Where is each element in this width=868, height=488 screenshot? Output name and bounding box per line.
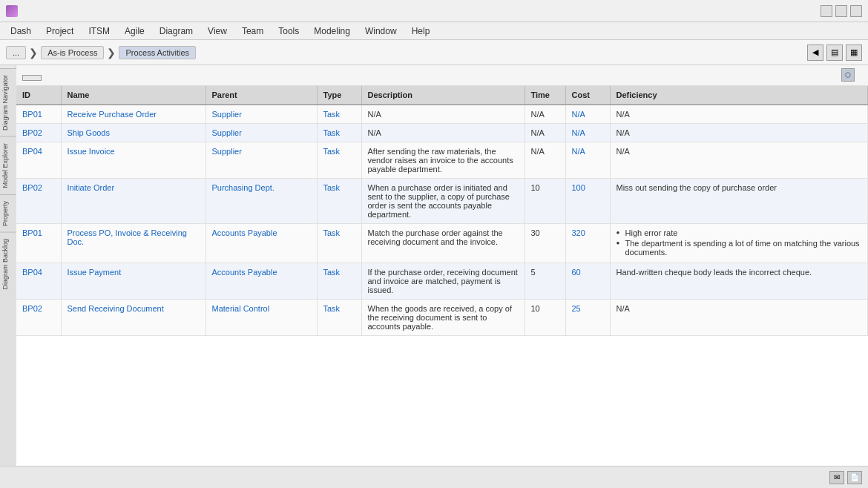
table-header-row: ID Name Parent Type Description Time Cos…: [16, 86, 868, 105]
cell-id: BP04: [16, 263, 61, 300]
menu-item-agile[interactable]: Agile: [117, 24, 152, 38]
cell-cost: 100: [565, 179, 610, 224]
table-container[interactable]: ID Name Parent Type Description Time Cos…: [16, 86, 868, 466]
cell-description: N/A: [361, 124, 525, 142]
open-input-button[interactable]: [22, 75, 42, 81]
deficiency-item: High error rate: [617, 228, 862, 237]
cell-time: 10: [525, 300, 565, 336]
menu-bar: DashProjectITSMAgileDiagramViewTeamTools…: [0, 22, 868, 40]
menu-item-itsm[interactable]: ITSM: [81, 24, 117, 38]
cell-time: N/A: [525, 142, 565, 179]
cell-cost: 320: [565, 224, 610, 263]
menu-item-dash[interactable]: Dash: [3, 24, 39, 38]
doc-button[interactable]: 📄: [847, 471, 862, 484]
cell-name[interactable]: Receive Purchase Order: [61, 105, 206, 124]
cell-time: N/A: [525, 105, 565, 124]
cell-id: BP02: [16, 300, 61, 336]
col-deficiency: Deficiency: [610, 86, 868, 105]
cell-name[interactable]: Issue Invoice: [61, 142, 206, 179]
cell-cost: 25: [565, 300, 610, 336]
menu-item-diagram[interactable]: Diagram: [152, 24, 200, 38]
cell-parent[interactable]: Supplier: [206, 124, 317, 142]
menu-item-modeling[interactable]: Modeling: [306, 24, 358, 38]
cell-parent[interactable]: Material Control: [206, 300, 317, 336]
table-row: BP01Receive Purchase OrderSupplierTaskN/…: [16, 105, 868, 124]
minimize-button[interactable]: [821, 5, 832, 17]
cell-parent[interactable]: Purchasing Dept.: [206, 179, 317, 224]
deficiency-item: The department is spending a lot of time…: [617, 239, 862, 257]
app-icon: [6, 5, 18, 17]
cell-deficiency: Hand-written cheque body leads the incor…: [610, 263, 868, 300]
table-body: BP01Receive Purchase OrderSupplierTaskN/…: [16, 105, 868, 336]
close-button[interactable]: [850, 5, 862, 17]
table-row: BP04Issue PaymentAccounts PayableTaskIf …: [16, 263, 868, 300]
side-tab-model-explorer[interactable]: Model Explorer: [0, 136, 16, 194]
cell-description: Match the purchase order against the rec…: [361, 224, 525, 263]
breadcrumb-item-process-activities[interactable]: Process Activities: [119, 46, 196, 59]
breadcrumb-separator: ❯: [107, 47, 116, 59]
email-button[interactable]: ✉: [829, 471, 844, 484]
menu-item-window[interactable]: Window: [358, 24, 404, 38]
button-area: [16, 65, 868, 86]
cell-deficiency: Miss out sending the copy of purchase or…: [610, 179, 868, 224]
maximize-button[interactable]: [835, 5, 847, 17]
status-bar: ✉ 📄: [0, 466, 868, 488]
menu-item-tools[interactable]: Tools: [271, 24, 306, 38]
main-layout: Diagram NavigatorModel ExplorerPropertyD…: [0, 65, 868, 466]
toolbar-right: ◀ ▤ ▦: [807, 44, 862, 61]
cell-name[interactable]: Ship Goods: [61, 124, 206, 142]
window-controls: [821, 5, 862, 17]
cell-id: BP02: [16, 124, 61, 142]
col-name: Name: [61, 86, 206, 105]
cell-deficiency: N/A: [610, 142, 868, 179]
table-row: BP02Send Receiving DocumentMaterial Cont…: [16, 300, 868, 336]
table-row: BP02Initiate OrderPurchasing Dept.TaskWh…: [16, 179, 868, 224]
cell-deficiency: High error rateThe department is spendin…: [610, 224, 868, 263]
cell-parent[interactable]: Supplier: [206, 105, 317, 124]
side-panel: Diagram NavigatorModel ExplorerPropertyD…: [0, 65, 16, 466]
cell-description: N/A: [361, 105, 525, 124]
cell-deficiency: N/A: [610, 105, 868, 124]
cell-type: Task: [317, 224, 361, 263]
breadcrumb-separator: ❯: [29, 47, 38, 59]
cell-name[interactable]: Process PO, Invoice & Receiving Doc.: [61, 224, 206, 263]
content-area: ⬡ ID Name Parent Type Description Time C…: [16, 65, 868, 466]
cell-name[interactable]: Issue Payment: [61, 263, 206, 300]
menu-item-help[interactable]: Help: [404, 24, 438, 38]
side-tab-diagram-navigator[interactable]: Diagram Navigator: [0, 68, 16, 136]
col-time: Time: [525, 86, 565, 105]
table-row: BP01Process PO, Invoice & Receiving Doc.…: [16, 224, 868, 263]
menu-item-view[interactable]: View: [200, 24, 234, 38]
cell-parent[interactable]: Accounts Payable: [206, 224, 317, 263]
process-activities-table: ID Name Parent Type Description Time Cos…: [16, 86, 868, 336]
menu-item-project[interactable]: Project: [39, 24, 81, 38]
extra-icon[interactable]: ⬡: [841, 68, 855, 82]
cell-description: After sending the raw materials, the ven…: [361, 142, 525, 179]
cell-parent[interactable]: Accounts Payable: [206, 263, 317, 300]
view-button[interactable]: ▦: [846, 44, 862, 61]
side-tab-diagram-backlog[interactable]: Diagram Backlog: [0, 232, 16, 296]
cell-parent[interactable]: Supplier: [206, 142, 317, 179]
cell-id: BP02: [16, 179, 61, 224]
col-id: ID: [16, 86, 61, 105]
cell-cost: N/A: [565, 105, 610, 124]
cell-name[interactable]: Send Receiving Document: [61, 300, 206, 336]
cell-name[interactable]: Initiate Order: [61, 179, 206, 224]
menu-item-team[interactable]: Team: [234, 24, 271, 38]
cell-deficiency: N/A: [610, 300, 868, 336]
side-tab-property[interactable]: Property: [0, 194, 16, 232]
cell-type: Task: [317, 142, 361, 179]
layout-button[interactable]: ▤: [826, 44, 843, 61]
cell-time: N/A: [525, 124, 565, 142]
title-bar: [0, 0, 868, 22]
col-description: Description: [361, 86, 525, 105]
cell-cost: N/A: [565, 142, 610, 179]
table-row: BP02Ship GoodsSupplierTaskN/AN/AN/AN/A: [16, 124, 868, 142]
back-button[interactable]: ◀: [807, 44, 823, 61]
cell-type: Task: [317, 263, 361, 300]
toolbar: ...❯As-is Process❯Process Activities ◀ ▤…: [0, 40, 868, 65]
col-parent: Parent: [206, 86, 317, 105]
breadcrumb-item-as-is-process[interactable]: As-is Process: [41, 46, 104, 59]
cell-description: When a purchase order is initiated and s…: [361, 179, 525, 224]
breadcrumb-item-ellipsis[interactable]: ...: [6, 46, 26, 59]
